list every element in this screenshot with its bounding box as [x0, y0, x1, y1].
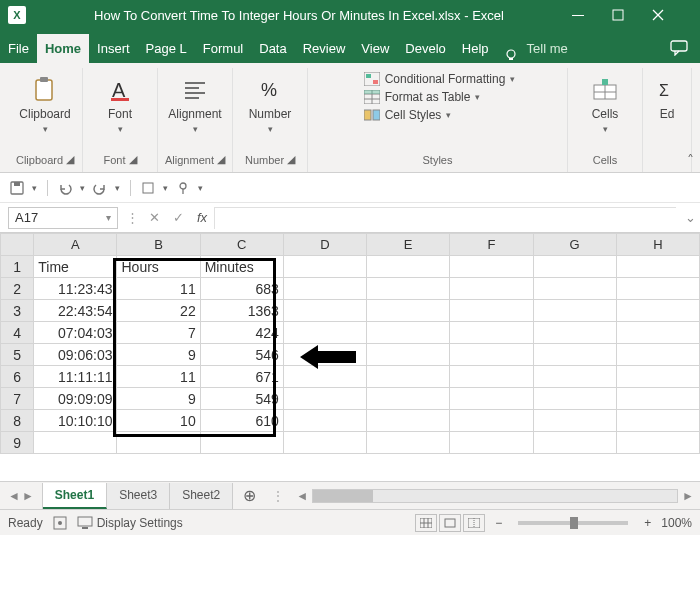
tab-insert[interactable]: Insert: [89, 34, 138, 63]
tab-file[interactable]: File: [0, 34, 37, 63]
cell-F7[interactable]: [450, 388, 533, 410]
cell-C4[interactable]: 424: [200, 322, 283, 344]
cell-E3[interactable]: [367, 300, 450, 322]
cell-D9[interactable]: [283, 432, 366, 454]
cell-E1[interactable]: [367, 256, 450, 278]
paste-button[interactable]: Clipboard▾: [14, 72, 76, 134]
cell-B3[interactable]: 22: [117, 300, 200, 322]
tab-page-layout[interactable]: Page L: [138, 34, 195, 63]
cell-F4[interactable]: [450, 322, 533, 344]
formula-input[interactable]: [214, 207, 676, 229]
zoom-out-button[interactable]: −: [495, 516, 502, 530]
cell-H2[interactable]: [616, 278, 699, 300]
cell-F6[interactable]: [450, 366, 533, 388]
cell-D8[interactable]: [283, 410, 366, 432]
cell-A9[interactable]: [34, 432, 117, 454]
sheet-tab-3[interactable]: Sheet3: [107, 483, 170, 509]
touch-mode-icon[interactable]: [176, 181, 190, 195]
comments-button[interactable]: [658, 33, 700, 63]
font-button[interactable]: A Font▾: [89, 72, 151, 134]
minimize-button[interactable]: [572, 9, 612, 21]
scroll-right-icon[interactable]: ►: [682, 489, 694, 503]
row-header-5[interactable]: 5: [1, 344, 34, 366]
cell-styles-button[interactable]: Cell Styles ▾: [364, 108, 516, 122]
cell-B7[interactable]: 9: [117, 388, 200, 410]
cell-F1[interactable]: [450, 256, 533, 278]
conditional-formatting-button[interactable]: Conditional Formatting ▾: [364, 72, 516, 86]
name-box-menu[interactable]: ⋮: [122, 210, 142, 225]
cell-F9[interactable]: [450, 432, 533, 454]
view-page-break-icon[interactable]: [463, 514, 485, 532]
cell-A6[interactable]: 11:11:11: [34, 366, 117, 388]
horizontal-scrollbar[interactable]: ◄ ►: [290, 489, 700, 503]
row-header-9[interactable]: 9: [1, 432, 34, 454]
row-header-1[interactable]: 1: [1, 256, 34, 278]
cell-H6[interactable]: [616, 366, 699, 388]
row-header-4[interactable]: 4: [1, 322, 34, 344]
cell-C7[interactable]: 549: [200, 388, 283, 410]
tab-help[interactable]: Help: [454, 34, 497, 63]
cell-A7[interactable]: 09:09:09: [34, 388, 117, 410]
cell-G8[interactable]: [533, 410, 616, 432]
cell-G3[interactable]: [533, 300, 616, 322]
maximize-button[interactable]: [612, 9, 652, 21]
col-header-F[interactable]: F: [450, 234, 533, 256]
cell-A8[interactable]: 10:10:10: [34, 410, 117, 432]
editing-button[interactable]: Σ Ed: [649, 72, 685, 121]
cell-C3[interactable]: 1363: [200, 300, 283, 322]
new-sheet-button[interactable]: ⊕: [233, 486, 266, 505]
cell-H4[interactable]: [616, 322, 699, 344]
view-normal-icon[interactable]: [415, 514, 437, 532]
undo-icon[interactable]: [58, 181, 72, 195]
cell-A2[interactable]: 11:23:43: [34, 278, 117, 300]
cell-H3[interactable]: [616, 300, 699, 322]
cell-F8[interactable]: [450, 410, 533, 432]
cell-B6[interactable]: 11: [117, 366, 200, 388]
row-header-2[interactable]: 2: [1, 278, 34, 300]
cell-B5[interactable]: 9: [117, 344, 200, 366]
cell-H7[interactable]: [616, 388, 699, 410]
cell-C2[interactable]: 683: [200, 278, 283, 300]
col-header-D[interactable]: D: [283, 234, 366, 256]
scroll-left-icon[interactable]: ◄: [296, 489, 308, 503]
cell-E6[interactable]: [367, 366, 450, 388]
cell-A1[interactable]: Time: [34, 256, 117, 278]
cell-C1[interactable]: Minutes: [200, 256, 283, 278]
cell-E8[interactable]: [367, 410, 450, 432]
cell-E5[interactable]: [367, 344, 450, 366]
cell-H9[interactable]: [616, 432, 699, 454]
sheet-nav-prev-icon[interactable]: ◄: [8, 489, 20, 503]
collapse-ribbon-icon[interactable]: ˄: [687, 152, 694, 168]
col-header-G[interactable]: G: [533, 234, 616, 256]
cell-C8[interactable]: 610: [200, 410, 283, 432]
zoom-slider[interactable]: [518, 521, 628, 525]
cell-A4[interactable]: 07:04:03: [34, 322, 117, 344]
alignment-button[interactable]: Alignment▾: [164, 72, 226, 134]
scroll-thumb[interactable]: [313, 490, 373, 502]
cell-B1[interactable]: Hours: [117, 256, 200, 278]
qat-extra-icon[interactable]: [141, 181, 155, 195]
cell-B9[interactable]: [117, 432, 200, 454]
cell-G9[interactable]: [533, 432, 616, 454]
display-settings-button[interactable]: Display Settings: [77, 516, 183, 530]
cell-H5[interactable]: [616, 344, 699, 366]
cell-A3[interactable]: 22:43:54: [34, 300, 117, 322]
tab-data[interactable]: Data: [251, 34, 294, 63]
col-header-E[interactable]: E: [367, 234, 450, 256]
fx-icon[interactable]: fx: [190, 210, 214, 225]
cancel-formula-icon[interactable]: ✕: [142, 210, 166, 225]
qat-dropdown-icon[interactable]: ▾: [32, 183, 37, 193]
cell-G4[interactable]: [533, 322, 616, 344]
cell-H1[interactable]: [616, 256, 699, 278]
col-header-A[interactable]: A: [34, 234, 117, 256]
cell-C5[interactable]: 546: [200, 344, 283, 366]
spreadsheet-grid[interactable]: A B C D E F G H 1TimeHoursMinutes211:23:…: [0, 233, 700, 481]
cell-E2[interactable]: [367, 278, 450, 300]
cell-C6[interactable]: 671: [200, 366, 283, 388]
sheet-tab-2[interactable]: Sheet2: [170, 483, 233, 509]
cell-F3[interactable]: [450, 300, 533, 322]
cell-C9[interactable]: [200, 432, 283, 454]
cells-button[interactable]: Cells▾: [574, 72, 636, 134]
cell-D1[interactable]: [283, 256, 366, 278]
cell-B8[interactable]: 10: [117, 410, 200, 432]
